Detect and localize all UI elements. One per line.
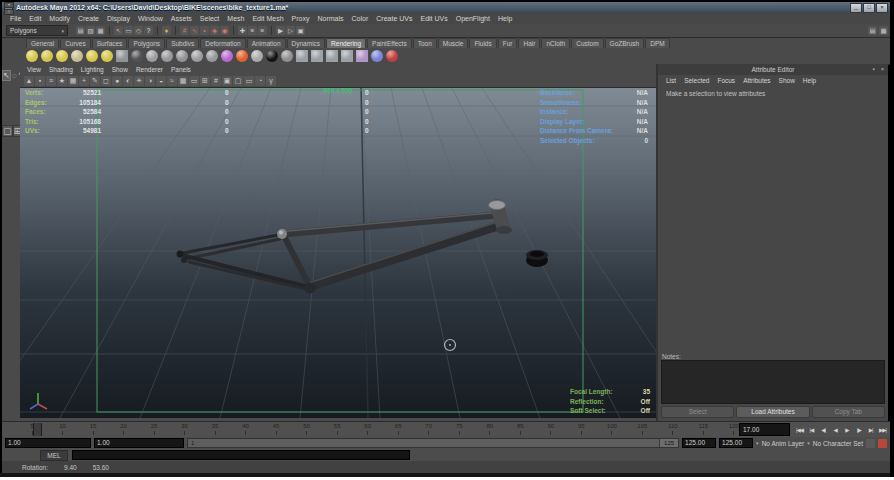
field-chart-icon[interactable]: ⊞ xyxy=(200,76,210,86)
shelf-options-button[interactable]: ≡ xyxy=(4,9,14,15)
batch-render-icon[interactable] xyxy=(341,50,353,62)
motion-blur-icon[interactable]: ≈ xyxy=(167,76,177,86)
directional-light-icon[interactable] xyxy=(71,50,83,62)
play-backwards-button[interactable]: ◀ xyxy=(830,427,841,433)
render-settings-icon[interactable]: ▣ xyxy=(296,26,305,35)
lock-camera-icon[interactable]: ▪ xyxy=(35,76,45,86)
shelf-tab-toon[interactable]: Toon xyxy=(413,38,437,48)
menu-mesh[interactable]: Mesh xyxy=(223,15,248,22)
shelf-tab-dpm[interactable]: DPM xyxy=(645,38,669,48)
shelf-tab-fur[interactable]: Fur xyxy=(498,38,518,48)
render-current-frame-icon[interactable]: ▶ xyxy=(276,26,285,35)
shelf-tab-surfaces[interactable]: Surfaces xyxy=(92,38,128,48)
play-forwards-button[interactable]: ▶ xyxy=(842,427,853,433)
camera-attributes-icon[interactable]: ≡ xyxy=(46,76,56,86)
construction-history-icon[interactable]: ✚ xyxy=(238,26,247,35)
playback-start-field[interactable]: 1.00 xyxy=(5,438,91,448)
use-all-lights-icon[interactable]: ☀ xyxy=(134,76,144,86)
2d-pan-zoom-icon[interactable]: + xyxy=(79,76,89,86)
make-live-icon[interactable]: ◉ xyxy=(220,26,229,35)
object-inputs-icon[interactable]: ≡ xyxy=(248,26,257,35)
step-forward-key-button[interactable]: |▶ xyxy=(853,427,864,433)
paint-effects-icon[interactable] xyxy=(386,50,398,62)
layout-single-pane[interactable]: ▢ xyxy=(2,125,13,137)
shelf-tab-ncloth[interactable]: nCloth xyxy=(541,38,570,48)
menu-openflight[interactable]: OpenFlight xyxy=(452,15,494,22)
ae-menu-help[interactable]: Help xyxy=(800,77,819,84)
shelf-tab-animation[interactable]: Animation xyxy=(247,38,286,48)
screen-space-ao-icon[interactable]: ◒ xyxy=(156,76,166,86)
playhead[interactable] xyxy=(33,423,42,436)
menu-proxy[interactable]: Proxy xyxy=(288,15,314,22)
time-slider[interactable]: 5101520253035404550556065707580859095100… xyxy=(2,421,890,438)
blinn-material-icon[interactable] xyxy=(161,50,173,62)
shelf-tab-painteffects[interactable]: PaintEffects xyxy=(367,38,412,48)
range-slider[interactable]: 1 125 xyxy=(187,438,679,448)
image-plane-icon[interactable]: ▦ xyxy=(68,76,78,86)
viewport-canvas[interactable]: 600 x 650 Verts:5252100Edges:10518400Fac… xyxy=(20,87,656,418)
select-by-object-icon[interactable]: ▭ xyxy=(124,26,133,35)
current-frame-field[interactable]: 17.00 xyxy=(739,423,790,436)
area-light-icon[interactable] xyxy=(41,50,53,62)
shadows-icon[interactable]: ◑ xyxy=(145,76,155,86)
ae-menu-list[interactable]: List xyxy=(663,77,679,84)
gamma-icon[interactable]: γ xyxy=(266,76,276,86)
highlight-selection-icon[interactable]: ? xyxy=(144,26,153,35)
shelf-tab-fluids[interactable]: Fluids xyxy=(469,38,496,48)
chevron-down-icon[interactable]: ▾ xyxy=(807,440,810,446)
command-line-mode-button[interactable]: MEL xyxy=(40,450,68,461)
ipr-render-icon[interactable] xyxy=(326,50,338,62)
title-bar[interactable]: Autodesk Maya 2012 x64: C:\Users\David\D… xyxy=(2,2,890,13)
phong-e-material-icon[interactable] xyxy=(206,50,218,62)
ipr-render-icon[interactable]: ▷ xyxy=(286,26,295,35)
safe-action-icon[interactable]: ▢ xyxy=(233,76,243,86)
shelf-tab-custom[interactable]: Custom xyxy=(571,38,603,48)
auto-keyframe-icon[interactable] xyxy=(878,439,887,448)
shelf-tab-gozbrush[interactable]: GoZBrush xyxy=(605,38,645,48)
selection-mode-dropdown[interactable]: Polygons ▾ xyxy=(6,25,68,36)
light-linking-icon[interactable] xyxy=(116,50,128,62)
minimize-button[interactable]: _ xyxy=(850,3,862,13)
viewport-menu-renderer[interactable]: Renderer xyxy=(133,66,166,73)
snap-to-curve-icon[interactable]: ∿ xyxy=(190,26,199,35)
shaded-mode-icon[interactable]: ● xyxy=(112,76,122,86)
menu-help[interactable]: Help xyxy=(494,15,516,22)
wireframe-mode-icon[interactable]: ◻ xyxy=(101,76,111,86)
phong-material-icon[interactable] xyxy=(191,50,203,62)
lambert-material-icon[interactable] xyxy=(176,50,188,62)
ae-menu-show[interactable]: Show xyxy=(776,77,798,84)
viewport-menu-shading[interactable]: Shading xyxy=(46,66,76,73)
animation-start-field[interactable]: 1.00 xyxy=(94,438,184,448)
playback-end-field[interactable]: 125.00 xyxy=(719,438,753,448)
select-camera-icon[interactable]: ▲ xyxy=(24,76,34,86)
menu-display[interactable]: Display xyxy=(103,15,134,22)
use-background-icon[interactable] xyxy=(266,50,278,62)
menu-select[interactable]: Select xyxy=(196,15,223,22)
notes-field[interactable] xyxy=(661,360,885,404)
shelf-menu-button[interactable]: ▾ xyxy=(4,2,14,8)
menu-create-uvs[interactable]: Create UVs xyxy=(372,15,416,22)
layered-shader-icon[interactable] xyxy=(221,50,233,62)
copy-tab-button[interactable]: Copy Tab xyxy=(812,406,885,418)
hypershade-icon[interactable] xyxy=(356,50,368,62)
anim-layer-selector[interactable]: No Anim Layer xyxy=(762,440,805,447)
pin-icon[interactable]: ▪ xyxy=(870,66,877,73)
volume-light-icon[interactable] xyxy=(101,50,113,62)
command-line-input[interactable] xyxy=(72,450,410,460)
shelf-tab-hair[interactable]: Hair xyxy=(518,38,540,48)
menu-normals[interactable]: Normals xyxy=(313,15,347,22)
select-by-hierarchy-icon[interactable]: ↖ xyxy=(114,26,123,35)
animation-end-field[interactable]: 125.00 xyxy=(682,438,716,448)
safe-title-icon[interactable]: ▭ xyxy=(244,76,254,86)
viewport-menu-lighting[interactable]: Lighting xyxy=(78,66,107,73)
viewport-menu-show[interactable]: Show xyxy=(109,66,131,73)
point-light-icon[interactable] xyxy=(56,50,68,62)
maximize-button[interactable]: □ xyxy=(863,3,875,13)
select-tool[interactable]: ↖ xyxy=(2,70,11,81)
mental-ray-icon[interactable] xyxy=(371,50,383,62)
menu-modify[interactable]: Modify xyxy=(45,15,74,22)
anim-preferences-icon[interactable] xyxy=(866,439,875,448)
spot-light-icon[interactable] xyxy=(86,50,98,62)
menu-edit[interactable]: Edit xyxy=(25,15,45,22)
step-back-frame-button[interactable]: |◀ xyxy=(806,427,817,433)
